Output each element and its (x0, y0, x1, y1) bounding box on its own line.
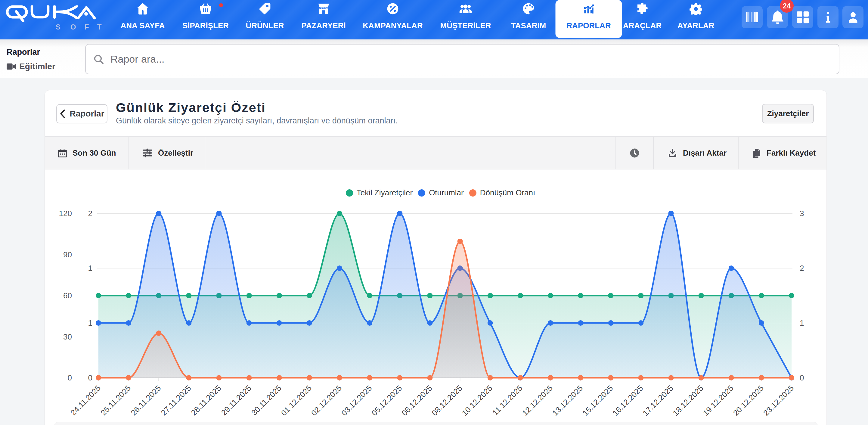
svg-text:16.12.2025: 16.12.2025 (611, 384, 645, 418)
svg-text:10.12.2025: 10.12.2025 (460, 384, 494, 418)
svg-text:90: 90 (63, 250, 72, 259)
svg-text:02.12.2025: 02.12.2025 (309, 384, 343, 418)
svg-text:0: 0 (68, 373, 72, 382)
svg-text:11.12.2025: 11.12.2025 (491, 384, 524, 417)
svg-text:12.12.2025: 12.12.2025 (520, 384, 554, 418)
svg-text:15.12.2025: 15.12.2025 (581, 384, 615, 418)
svg-text:27.11.2025: 27.11.2025 (159, 384, 193, 417)
svg-text:30.11.2025: 30.11.2025 (249, 384, 283, 417)
svg-text:06.12.2025: 06.12.2025 (400, 384, 434, 418)
svg-text:120: 120 (59, 209, 72, 218)
svg-text:30: 30 (63, 332, 72, 341)
svg-text:1: 1 (800, 318, 804, 328)
svg-text:23.12.2025: 23.12.2025 (762, 384, 796, 418)
svg-text:0: 0 (88, 373, 92, 382)
svg-text:2: 2 (88, 209, 92, 218)
svg-text:60: 60 (63, 291, 72, 300)
svg-text:01.12.2025: 01.12.2025 (279, 384, 313, 418)
svg-text:08.12.2025: 08.12.2025 (430, 384, 464, 418)
svg-text:13.12.2025: 13.12.2025 (551, 384, 585, 418)
svg-text:0: 0 (800, 373, 804, 382)
svg-text:29.11.2025: 29.11.2025 (219, 384, 253, 417)
svg-text:20.12.2025: 20.12.2025 (731, 384, 765, 418)
svg-text:17.12.2025: 17.12.2025 (641, 384, 675, 418)
svg-text:1: 1 (88, 318, 92, 328)
svg-text:24.11.2025: 24.11.2025 (69, 384, 102, 417)
svg-text:25.11.2025: 25.11.2025 (99, 384, 132, 417)
svg-text:19.12.2025: 19.12.2025 (701, 384, 735, 418)
svg-text:1: 1 (88, 264, 92, 273)
svg-text:2: 2 (800, 264, 804, 273)
svg-text:18.12.2025: 18.12.2025 (671, 384, 705, 418)
svg-text:05.12.2025: 05.12.2025 (370, 384, 404, 418)
svg-text:3: 3 (800, 209, 804, 218)
svg-text:28.11.2025: 28.11.2025 (189, 384, 223, 417)
svg-text:03.12.2025: 03.12.2025 (340, 384, 373, 418)
svg-text:26.11.2025: 26.11.2025 (129, 384, 163, 417)
